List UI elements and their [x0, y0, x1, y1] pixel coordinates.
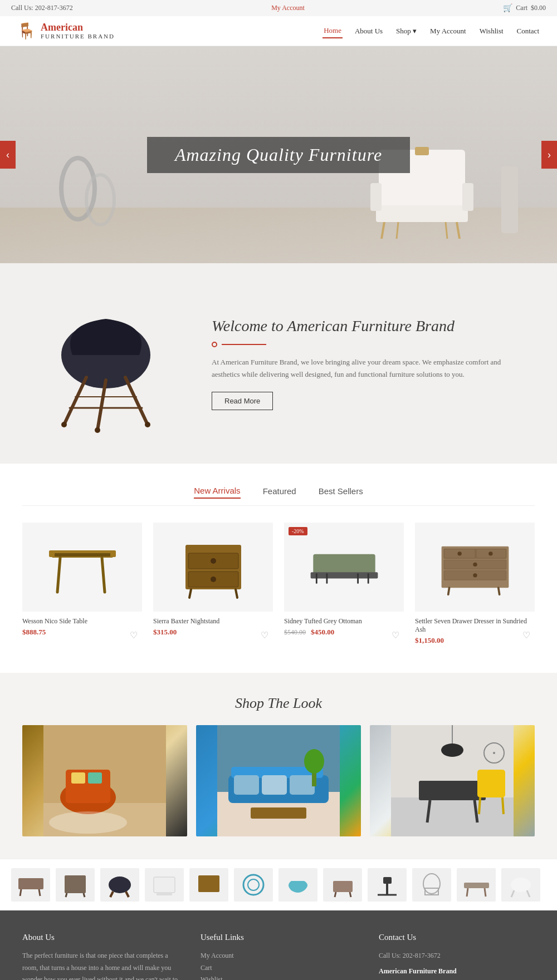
- product-price-2: $315.00: [153, 628, 273, 637]
- footer: About Us The perfect furniture is that o…: [0, 910, 557, 980]
- look-item-3[interactable]: [370, 725, 535, 836]
- product-card-4[interactable]: Settler Seven Drawer Dresser in Sundried…: [415, 523, 535, 645]
- brand-item-9[interactable]: [368, 868, 407, 902]
- nav-contact[interactable]: Contact: [516, 24, 540, 38]
- divider-dot: [212, 342, 217, 347]
- svg-rect-94: [333, 881, 353, 892]
- product-badge-3: -20%: [289, 527, 307, 535]
- footer-contact-address: 1361 – Unit B Wisconsin Ave NW: [379, 977, 535, 980]
- svg-point-48: [473, 573, 477, 577]
- product-image-2: [153, 523, 273, 612]
- prev-slide-button[interactable]: ‹: [0, 141, 16, 169]
- product-card-1[interactable]: Wesson Nico Side Table ♡ $888.75: [22, 523, 142, 645]
- products-grid: Wesson Nico Side Table ♡ $888.75 Sierra: [22, 523, 535, 645]
- svg-point-19: [145, 422, 150, 427]
- brand-item-5[interactable]: [189, 868, 228, 902]
- look-item-1[interactable]: [22, 725, 187, 836]
- product-wishlist-2[interactable]: ♡: [261, 630, 268, 641]
- product-wishlist-1[interactable]: ♡: [130, 630, 138, 641]
- footer-contact-company: American Furniture Brand: [379, 966, 535, 978]
- product-name-4: Settler Seven Drawer Dresser in Sundried…: [415, 617, 535, 634]
- svg-line-88: [126, 892, 129, 897]
- svg-line-81: [20, 889, 21, 896]
- brand-item-7[interactable]: [278, 868, 317, 902]
- hero-section: ‹ Amazing Quality Furniture ›: [0, 46, 557, 263]
- svg-line-31: [189, 589, 191, 598]
- svg-line-4: [397, 222, 398, 239]
- svg-line-14: [125, 377, 148, 425]
- product-new-price-3: $450.00: [311, 628, 334, 636]
- svg-point-93: [248, 879, 259, 890]
- product-price-area-3: $540.00 $450.00: [284, 628, 404, 637]
- product-card-3[interactable]: -20% Sidney Tufted Grey Ottoman ♡ $540.0…: [284, 523, 404, 645]
- product-card-2[interactable]: Sierra Baxter Nightstand ♡ $315.00: [153, 523, 273, 645]
- next-slide-button[interactable]: ›: [541, 141, 557, 169]
- header: 🪑 American Furniture Brand Home About Us…: [0, 16, 557, 46]
- footer-link-wishlist[interactable]: Wishlist: [201, 974, 356, 980]
- svg-line-87: [110, 892, 113, 897]
- footer-about: About Us The perfect furniture is that o…: [22, 933, 178, 980]
- svg-line-85: [84, 893, 85, 897]
- svg-point-79: [493, 752, 495, 754]
- svg-line-2: [382, 222, 384, 239]
- nav-account[interactable]: My Account: [429, 24, 467, 38]
- footer-links: Useful Links My Account Cart Wishlist Co…: [201, 933, 356, 980]
- welcome-text: Welcome to American Furniture Brand At A…: [212, 317, 524, 411]
- svg-line-13: [64, 377, 86, 425]
- cart-icon: 🛒: [503, 3, 512, 13]
- divider-line: [222, 344, 266, 345]
- my-account-link[interactable]: My Account: [271, 4, 305, 12]
- hero-title: Amazing Quality Furniture: [175, 145, 382, 165]
- logo[interactable]: 🪑 American Furniture Brand: [17, 22, 115, 40]
- product-name-1: Wesson Nico Side Table: [22, 617, 87, 626]
- tab-best-sellers[interactable]: Best Sellers: [319, 486, 363, 499]
- svg-rect-64: [290, 775, 315, 795]
- brand-item-10[interactable]: [412, 868, 451, 902]
- product-price-1: $888.75: [22, 628, 142, 637]
- brand-item-8[interactable]: [323, 868, 362, 902]
- product-wishlist-3[interactable]: ♡: [392, 630, 399, 641]
- svg-rect-97: [383, 877, 392, 884]
- brand-item-12[interactable]: [501, 868, 540, 902]
- brand-item-2[interactable]: [56, 868, 95, 902]
- tab-featured[interactable]: Featured: [263, 486, 296, 499]
- svg-rect-35: [315, 573, 317, 584]
- svg-point-67: [304, 749, 324, 774]
- logo-icon: 🪑: [17, 22, 36, 40]
- hero-vase-right: [496, 166, 524, 241]
- brand-item-3[interactable]: [100, 868, 139, 902]
- brand-strip: [0, 859, 557, 910]
- svg-line-3: [457, 222, 460, 239]
- product-name-3: Sidney Tufted Grey Ottoman: [284, 617, 362, 626]
- nav-shop[interactable]: Shop ▾: [395, 24, 418, 38]
- product-wishlist-4[interactable]: ♡: [522, 630, 530, 641]
- svg-point-20: [95, 427, 100, 433]
- products-section: New Arrivals Featured Best Sellers Wesso…: [0, 464, 557, 673]
- footer-about-text: The perfect furniture is that one piece …: [22, 950, 178, 980]
- svg-line-107: [527, 890, 530, 897]
- footer-contact-phone: Call Us: 202-817-3672: [379, 950, 535, 962]
- svg-rect-37: [357, 573, 359, 584]
- svg-rect-65: [251, 807, 306, 819]
- brand-item-1[interactable]: [11, 868, 50, 902]
- svg-rect-69: [391, 797, 514, 836]
- brand-item-11[interactable]: [457, 868, 496, 902]
- look-item-2[interactable]: [196, 725, 361, 836]
- cart-area[interactable]: 🛒 Cart $0.00: [503, 3, 546, 13]
- read-more-button[interactable]: Read More: [212, 392, 273, 410]
- footer-link-account[interactable]: My Account: [201, 950, 356, 962]
- svg-line-104: [485, 888, 486, 897]
- nav-wishlist[interactable]: Wishlist: [478, 24, 505, 38]
- svg-point-57: [49, 811, 127, 834]
- nav-home[interactable]: Home: [323, 24, 343, 38]
- svg-rect-89: [154, 877, 175, 893]
- brand-item-6[interactable]: [234, 868, 273, 902]
- brand-item-4[interactable]: [145, 868, 184, 902]
- footer-links-title: Useful Links: [201, 933, 356, 942]
- svg-point-46: [488, 551, 492, 555]
- footer-link-cart[interactable]: Cart: [201, 962, 356, 974]
- tab-new-arrivals[interactable]: New Arrivals: [194, 486, 240, 499]
- nav-about[interactable]: About Us: [354, 24, 384, 38]
- svg-point-0: [61, 158, 95, 219]
- product-old-price-3: $540.00: [284, 628, 306, 636]
